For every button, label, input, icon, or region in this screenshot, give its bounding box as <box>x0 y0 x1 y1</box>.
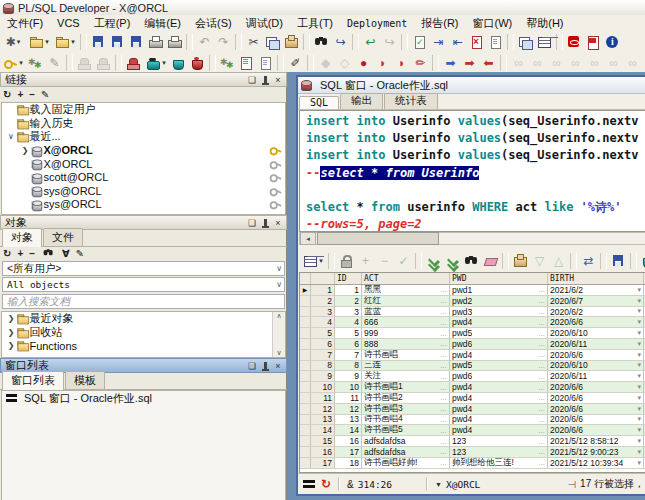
connections-panel-header[interactable]: 链接 ❏ × <box>0 72 287 87</box>
column-header-id[interactable]: ID <box>335 273 362 284</box>
brush-dot-button[interactable]: ✏ <box>411 54 430 72</box>
cell-id[interactable]: 3 <box>335 307 362 317</box>
cell-act[interactable]: adfsdafdsa… <box>362 436 450 446</box>
objects-tab-0[interactable]: 对象 <box>2 228 42 247</box>
cell-act[interactable]: 888… <box>362 339 450 349</box>
cell-dropdown-icon[interactable]: ▾ <box>637 415 641 423</box>
link5-dim-button[interactable]: ∞ <box>585 54 604 72</box>
describe-button[interactable] <box>410 33 429 51</box>
logon-key-button[interactable]: ▾ <box>0 54 26 72</box>
session-name[interactable]: X@ORCL <box>446 479 480 490</box>
refresh-button[interactable]: ↻ <box>3 249 11 259</box>
table-row-15[interactable]: 1516adfsdafdsa…123…2021/5/12 8:58:12▾ <box>300 436 645 447</box>
expander-icon[interactable]: ❯ <box>20 146 30 155</box>
fetch-all-button[interactable] <box>443 252 462 270</box>
cell-ellipsis-icon[interactable]: … <box>538 405 545 412</box>
find-button[interactable] <box>41 246 56 262</box>
cell-id[interactable]: 17 <box>335 447 362 457</box>
objects-tree-item-0[interactable]: ❯▦最近对象 <box>2 312 285 326</box>
cell-dropdown-icon[interactable]: ▾ <box>637 459 641 467</box>
window-list-tab-1[interactable]: 模板 <box>65 371 105 389</box>
print-results-button[interactable] <box>639 252 645 270</box>
execute-pot-button[interactable]: ▾ <box>143 54 169 72</box>
cell-dropdown-icon[interactable]: ▾ <box>637 340 641 348</box>
cell-pwd[interactable]: pwd2… <box>450 296 548 306</box>
cell-ellipsis-icon[interactable]: … <box>440 362 447 369</box>
connections-tree-item-7[interactable]: ▦sys@ORCL <box>2 198 285 212</box>
cell-dropdown-icon[interactable]: ▾ <box>637 426 641 434</box>
table-row-12[interactable]: 1212诗书画唱3…pwd4…2020/6/6▾ <box>300 404 645 415</box>
link7-dim-button[interactable]: ∞ <box>623 54 642 72</box>
preferences-gear-button[interactable] <box>26 54 45 72</box>
menu-item-8[interactable]: 报告(R) <box>414 15 465 32</box>
table-row-4[interactable]: 44666…pwd4…2020/6/6▾ <box>300 317 645 328</box>
dim-cube-button[interactable]: ◆ <box>316 54 335 72</box>
cell-id[interactable]: 11 <box>335 393 362 403</box>
menu-item-5[interactable]: 调试(D) <box>239 15 290 32</box>
cell-dropdown-icon[interactable]: ▾ <box>637 394 641 402</box>
filter-button[interactable]: ∀ <box>62 249 70 259</box>
refresh-icon[interactable]: ↻ <box>321 478 331 490</box>
lock-button[interactable] <box>337 252 356 270</box>
cell-dropdown-icon[interactable]: ▾ <box>637 448 641 456</box>
table-row-2[interactable]: 22红红…pwd2…2020/6/7▾ <box>300 296 645 307</box>
cell-birth[interactable]: 2021/6/2▾ <box>548 285 644 295</box>
cell-pwd[interactable]: pwd4… <box>450 415 548 425</box>
cell-dropdown-icon[interactable]: ▾ <box>637 372 641 380</box>
find-button[interactable] <box>312 33 331 51</box>
sql-window-tab-0[interactable]: SQL <box>299 96 339 109</box>
cell-pwd[interactable]: pwd5… <box>450 328 548 338</box>
cell-ellipsis-icon[interactable]: … <box>538 308 545 315</box>
column-header-act[interactable]: ACT <box>362 273 450 284</box>
scroll-left-icon[interactable]: ◂ <box>300 232 316 245</box>
add-button[interactable]: + <box>17 90 23 100</box>
fetch-cup-button[interactable] <box>169 54 188 72</box>
cell-ellipsis-icon[interactable]: … <box>538 362 545 369</box>
cell-birth[interactable]: 2020/6/6▾ <box>548 404 644 414</box>
indent-button[interactable]: ⇥ <box>429 33 448 51</box>
cell-id[interactable]: 13 <box>335 415 362 425</box>
cell-act[interactable]: 666… <box>362 317 450 327</box>
cell-birth[interactable]: 2020/6/2▾ <box>548 307 644 317</box>
editor-hscrollbar[interactable]: ◂ <box>299 232 645 245</box>
table-row-10[interactable]: 1010诗书画唱1…pwd4…2020/6/6▾ <box>300 382 645 393</box>
cell-dropdown-icon[interactable]: ▾ <box>637 286 641 294</box>
column-header-pwd[interactable]: PWD <box>450 273 548 284</box>
objects-tree-scrollbar[interactable]: ∧∨ <box>272 312 285 357</box>
cell-birth[interactable]: 2020/6/6▾ <box>548 425 644 435</box>
cell-dropdown-icon[interactable]: ▾ <box>637 307 641 315</box>
table-row-8[interactable]: 88三连…pwd5…2020/6/10▾ <box>300 361 645 372</box>
cell-birth[interactable]: 2021/5/12 9:00:23▾ <box>548 447 644 457</box>
cell-ellipsis-icon[interactable]: … <box>440 373 447 380</box>
cell-act[interactable]: 关注… <box>362 371 450 381</box>
cell-id[interactable]: 16 <box>335 436 362 446</box>
remove-button[interactable]: − <box>29 90 35 100</box>
cell-ellipsis-icon[interactable]: … <box>538 286 545 293</box>
nav-back-green-button[interactable]: ↩ <box>361 33 380 51</box>
cell-ellipsis-icon[interactable]: … <box>538 340 545 347</box>
cell-act[interactable]: 黑黑… <box>362 285 450 295</box>
cell-ellipsis-icon[interactable]: … <box>538 416 545 423</box>
edit-button[interactable]: ✎ <box>76 249 84 259</box>
cell-pwd[interactable]: pwd4… <box>450 404 548 414</box>
cell-pwd[interactable]: pwd1… <box>450 285 548 295</box>
compare-doc-button[interactable] <box>486 33 505 51</box>
link2-dim-button[interactable]: ∞ <box>528 54 547 72</box>
rows-mode-icon[interactable] <box>302 477 317 491</box>
cell-pwd[interactable]: pwd6… <box>450 339 548 349</box>
title-bar[interactable]: PL/SQL Developer - X@ORCL <box>0 0 645 15</box>
menu-item-6[interactable]: 工具(T) <box>290 15 340 32</box>
test-note-button[interactable] <box>237 54 256 72</box>
macro-gears-button[interactable] <box>218 54 237 72</box>
cell-ellipsis-icon[interactable]: … <box>440 340 447 347</box>
cell-pwd[interactable]: pwd5… <box>450 361 548 371</box>
cell-birth[interactable]: 2020/6/11▾ <box>548 339 644 349</box>
window-list-tab-0[interactable]: 窗口列表 <box>2 371 64 390</box>
cell-dropdown-icon[interactable]: ▾ <box>637 437 641 445</box>
cell-ellipsis-icon[interactable]: … <box>538 427 545 434</box>
link-data-button[interactable]: ⇄ <box>579 252 598 270</box>
cell-birth[interactable]: 2020/6/6▾ <box>548 415 644 425</box>
stop-cup-button[interactable] <box>188 54 207 72</box>
export-data-button[interactable] <box>511 252 530 270</box>
find-next-button[interactable]: ↪ <box>331 33 350 51</box>
